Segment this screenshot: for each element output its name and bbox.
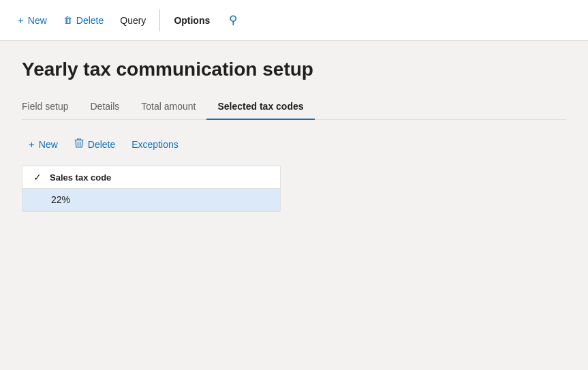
- trash-icon: 🗑: [63, 15, 72, 25]
- tab-field-setup[interactable]: Field setup: [22, 95, 79, 120]
- options-button[interactable]: Options: [167, 11, 217, 30]
- page-title: Yearly tax communication setup: [22, 57, 566, 82]
- main-content: Yearly tax communication setup Field set…: [0, 41, 588, 212]
- table-row[interactable]: 22%: [22, 189, 280, 211]
- top-toolbar: + New 🗑 Delete Query Options ⚲: [0, 0, 588, 41]
- section-plus-icon: +: [29, 138, 35, 150]
- toolbar-separator: [159, 10, 160, 31]
- query-button[interactable]: Query: [113, 11, 153, 30]
- plus-icon: +: [18, 14, 24, 26]
- section-new-label: New: [39, 139, 58, 150]
- query-label: Query: [120, 15, 146, 26]
- table-header: ✓ Sales tax code: [22, 166, 280, 189]
- section-new-button[interactable]: + New: [22, 134, 65, 154]
- tab-total-amount[interactable]: Total amount: [130, 95, 206, 120]
- delete-label: Delete: [76, 15, 104, 26]
- new-button[interactable]: + New: [11, 10, 54, 30]
- section-toolbar: + New Delete Exceptions: [22, 134, 566, 155]
- header-checkmark-icon: ✓: [33, 172, 42, 183]
- column-header-sales-tax-code: Sales tax code: [50, 172, 111, 183]
- tax-code-value: 22%: [33, 194, 70, 205]
- section-trash-icon: [74, 138, 84, 151]
- tax-codes-table: ✓ Sales tax code 22%: [22, 166, 281, 212]
- section-delete-button[interactable]: Delete: [67, 134, 122, 155]
- exceptions-label: Exceptions: [131, 139, 178, 150]
- delete-button[interactable]: 🗑 Delete: [57, 11, 110, 30]
- search-button[interactable]: ⚲: [222, 9, 244, 31]
- sub-nav: Field setup Details Total amount Selecte…: [22, 95, 566, 120]
- section-delete-label: Delete: [88, 139, 115, 150]
- exceptions-button[interactable]: Exceptions: [125, 135, 185, 154]
- tab-selected-tax-codes[interactable]: Selected tax codes: [206, 95, 314, 120]
- options-label: Options: [174, 15, 210, 26]
- search-icon: ⚲: [229, 14, 237, 27]
- new-label: New: [28, 15, 47, 26]
- tab-details[interactable]: Details: [79, 95, 130, 120]
